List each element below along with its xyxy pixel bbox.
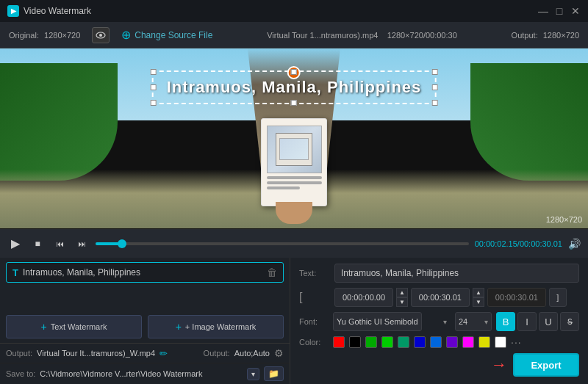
- prev-frame-button[interactable]: ⏮: [51, 236, 68, 252]
- time-duration-display: 00:00:30.01: [487, 288, 546, 307]
- change-source-button[interactable]: ⊕ Change Source File: [121, 28, 212, 42]
- font-select-wrapper: Yu Gothic UI Semibold: [333, 312, 451, 331]
- time-start-input[interactable]: [334, 288, 393, 307]
- color-swatch-blue[interactable]: [414, 336, 426, 348]
- edit-output-button[interactable]: ✏: [159, 348, 168, 359]
- titlebar: ▶ Video Watermark — □ ✕: [0, 0, 588, 22]
- card-image: [267, 126, 322, 173]
- text-watermark-icon: T: [12, 267, 18, 278]
- volume-button[interactable]: 🔊: [568, 238, 581, 250]
- resize-handle-bl[interactable]: [151, 100, 157, 106]
- time-end-up[interactable]: ▲: [473, 288, 484, 297]
- font-property-row: Font: Yu Gothic UI Semibold 24 B I U S̶: [299, 312, 579, 331]
- output-filename: Virtual Tour It...tramuros)_W.mp4: [37, 349, 155, 358]
- color-swatch-medium-blue[interactable]: [430, 336, 442, 348]
- text-property-label: Text:: [299, 269, 329, 278]
- resize-handle-mr[interactable]: [431, 84, 437, 90]
- bold-button[interactable]: B: [496, 312, 515, 331]
- file-info: Virtual Tour 1...ntramuros).mp4 1280×720…: [224, 31, 499, 40]
- output-settings-value: Auto;Auto: [234, 349, 270, 358]
- text-property-input[interactable]: [334, 264, 579, 283]
- color-swatch-red[interactable]: [333, 336, 345, 348]
- italic-button[interactable]: I: [517, 312, 537, 331]
- progress-thumb[interactable]: [118, 239, 126, 248]
- playback-bar: ▶ ■ ⏮ ⏭ 00:00:02.15/00:00:30.01 🔊: [0, 228, 588, 258]
- color-swatch-green[interactable]: [365, 336, 377, 348]
- maximize-button[interactable]: □: [554, 6, 564, 16]
- resize-handle-ml[interactable]: [151, 84, 157, 90]
- progress-track[interactable]: [96, 242, 469, 245]
- time-end-bracket-button[interactable]: ]: [549, 288, 567, 307]
- resize-handle-tr[interactable]: [431, 69, 437, 75]
- add-watermark-buttons: + Text Watermark + + Image Watermark: [0, 311, 290, 343]
- size-select[interactable]: 24: [455, 312, 492, 331]
- color-swatch-black[interactable]: [349, 336, 361, 348]
- close-button[interactable]: ✕: [570, 6, 581, 16]
- color-label: Color:: [299, 338, 329, 347]
- open-folder-button[interactable]: 📁: [264, 366, 284, 381]
- output-row: Output: Virtual Tour It...tramuros)_W.mp…: [0, 343, 290, 363]
- color-swatch-white[interactable]: [495, 336, 506, 348]
- output-settings-button[interactable]: ⚙: [274, 347, 284, 359]
- path-dropdown-button[interactable]: ▾: [247, 368, 259, 380]
- svg-point-1: [99, 34, 102, 37]
- add-image-watermark-button[interactable]: + + Image Watermark: [148, 315, 284, 338]
- format-buttons: B I U S̶: [496, 312, 579, 331]
- window-controls: — □ ✕: [538, 6, 581, 16]
- delete-watermark-button[interactable]: 🗑: [267, 267, 277, 278]
- app-title: Video Watermark: [24, 6, 538, 16]
- font-label: Font:: [299, 317, 329, 326]
- add-text-watermark-button[interactable]: + Text Watermark: [6, 315, 142, 338]
- stop-button[interactable]: ■: [29, 236, 46, 252]
- play-button[interactable]: ▶: [7, 236, 24, 252]
- time-start-up[interactable]: ▲: [396, 288, 408, 297]
- next-frame-button[interactable]: ⏭: [74, 236, 90, 252]
- app-icon: ▶: [7, 5, 19, 17]
- resize-handle-tm[interactable]: [291, 69, 297, 75]
- more-colors-button[interactable]: ···: [511, 336, 522, 348]
- time-end-down[interactable]: ▼: [473, 297, 484, 307]
- add-text-label: Text Watermark: [51, 322, 107, 331]
- add-image-label: + Image Watermark: [185, 322, 256, 331]
- underline-button[interactable]: U: [539, 312, 558, 331]
- time-group: ▲ ▼ ▲ ▼ 00:00:30.01 ]: [334, 288, 579, 307]
- time-end-input[interactable]: [411, 288, 470, 307]
- color-property-row: Color: ···: [299, 336, 579, 348]
- color-swatch-yellow[interactable]: [478, 336, 490, 348]
- plus-icon-image: +: [176, 321, 182, 333]
- watermark-list: T Intramuos, Manila, Philippines 🗑: [0, 258, 290, 311]
- plus-icon-text: +: [41, 321, 47, 333]
- strikethrough-button[interactable]: S̶: [560, 312, 579, 331]
- watermark-display-text: Intramuos, Manila, Philippines: [167, 78, 422, 96]
- output-info: Output: 1280×720: [512, 31, 579, 40]
- resize-handle-tl[interactable]: [151, 69, 157, 75]
- topbar: Original: 1280×720 ⊕ Change Source File …: [0, 22, 588, 48]
- video-preview: Intramuos, Manila, Philippines 1280×720: [0, 48, 588, 228]
- font-select[interactable]: Yu Gothic UI Semibold: [333, 312, 422, 331]
- resize-handle-br[interactable]: [431, 100, 437, 106]
- color-swatch-teal-green[interactable]: [398, 336, 409, 348]
- color-swatch-magenta[interactable]: [462, 336, 474, 348]
- original-label: Original: 1280×720: [9, 31, 80, 40]
- save-to-label: Save to:: [6, 369, 35, 378]
- size-select-wrapper: 24: [455, 312, 492, 331]
- minimize-button[interactable]: —: [538, 6, 548, 16]
- color-swatch-violet[interactable]: [446, 336, 458, 348]
- save-row: Save to: C:\Vidmore\Vidmore V...rter\Vid…: [0, 363, 290, 384]
- watermark-text-overlay[interactable]: Intramuos, Manila, Philippines: [152, 70, 437, 104]
- output-label-2: Output:: [204, 349, 230, 358]
- watermark-item-label: Intramuos, Manila, Philippines: [23, 267, 262, 278]
- export-arrow-icon: →: [491, 355, 507, 374]
- video-resolution-stamp: 1280×720: [546, 215, 582, 224]
- text-property-row: Text:: [299, 264, 579, 283]
- export-button[interactable]: Export: [513, 353, 579, 377]
- resize-handle-bm[interactable]: [291, 100, 297, 106]
- color-swatch-bright-green[interactable]: [381, 336, 393, 348]
- time-property-row: [ ▲ ▼ ▲ ▼ 00:00:30.01 ]: [299, 288, 579, 307]
- save-path-value: C:\Vidmore\Vidmore V...rter\Video Waterm…: [40, 369, 243, 378]
- time-start-down[interactable]: ▼: [396, 297, 408, 307]
- preview-toggle-button[interactable]: [92, 27, 110, 43]
- left-panel: T Intramuos, Manila, Philippines 🗑 + Tex…: [0, 258, 290, 384]
- watermark-list-item[interactable]: T Intramuos, Manila, Philippines 🗑: [6, 262, 284, 283]
- time-bracket-open: [: [299, 291, 329, 304]
